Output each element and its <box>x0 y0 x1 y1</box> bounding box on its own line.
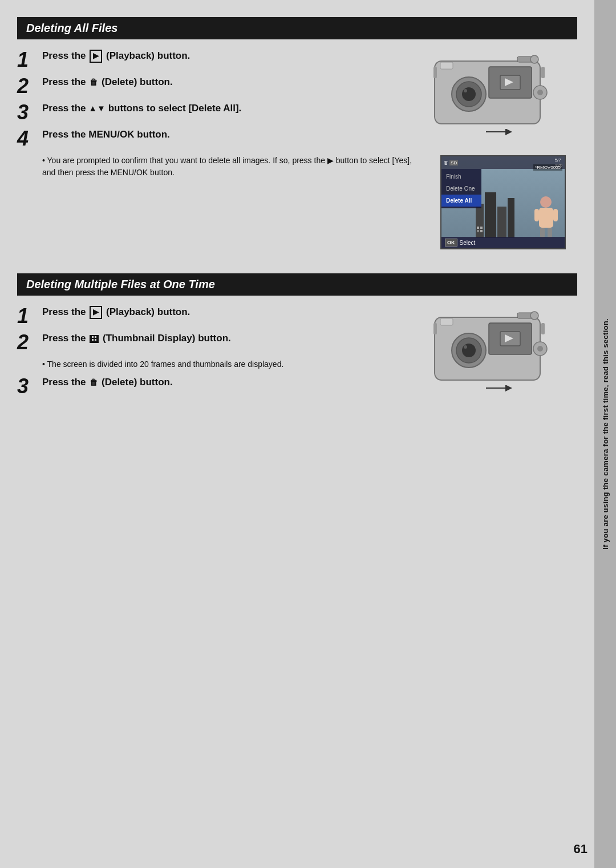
thumbnail-icon <box>90 335 99 343</box>
bullet-1: You are prompted to confirm that you wan… <box>42 155 418 179</box>
step-2-1: 1 Press the ▶ (Playback) button. <box>17 306 418 326</box>
svg-rect-11 <box>541 67 545 78</box>
playback-icon-1: ▶ <box>90 50 102 63</box>
svg-rect-33 <box>541 323 545 334</box>
section-header-1: Deleting All Files <box>17 17 577 39</box>
menu-item-finish: Finish <box>441 171 481 183</box>
svg-rect-34 <box>440 318 453 325</box>
step-2-2: 2 Press the (Thumbnail Display) button. <box>17 332 418 353</box>
select-label: Select <box>460 240 476 246</box>
svg-point-26 <box>464 345 467 349</box>
delete-screen: 🗑 SD 5/7320 *RMOV0005 ◀ Finish Delete On… <box>440 155 566 249</box>
camera-image-2 <box>429 306 577 405</box>
delete-icon-screen: 🗑 SD <box>444 160 458 165</box>
camera-svg-2 <box>429 306 554 389</box>
svg-point-29 <box>530 312 538 320</box>
svg-rect-17 <box>539 208 553 228</box>
delete-icon-1: 🗑 <box>90 77 98 87</box>
menu-panel: Finish Delete One Delete All <box>441 169 481 208</box>
ok-box: OK <box>445 239 457 247</box>
step-1-2: 2 Press the 🗑 (Delete) button. <box>17 76 418 96</box>
side-tab: If you are using the camera for the firs… <box>594 0 616 868</box>
svg-rect-32 <box>433 323 437 334</box>
camera-svg-1 <box>429 50 554 132</box>
menu-item-delete-all: Delete All <box>441 195 481 207</box>
svg-rect-12 <box>440 62 453 69</box>
svg-point-16 <box>540 196 552 208</box>
bullet-2: The screen is divided into 20 frames and… <box>42 358 418 370</box>
file-id: *RMOV0005 <box>533 164 562 171</box>
step-1-1: 1 Press the ▶ (Playback) button. <box>17 50 418 70</box>
arrow-indicator-2 <box>429 385 554 402</box>
updown-icon: ▲▼ <box>88 103 106 113</box>
screen-bottom-bar: OK Select <box>441 237 565 248</box>
delete-icon-2: 🗑 <box>90 377 98 387</box>
section-deleting-multiple: Deleting Multiple Files at One Time 1 Pr… <box>17 273 577 405</box>
svg-point-25 <box>462 344 476 357</box>
section-header-2: Deleting Multiple Files at One Time <box>17 273 577 296</box>
menu-item-delete-one: Delete One <box>441 183 481 195</box>
step-2-3: 3 Press the 🗑 (Delete) button. <box>17 376 418 397</box>
arrow-indicator <box>429 129 554 146</box>
person-silhouette <box>533 195 559 238</box>
step-1-3: 3 Press the ▲▼ buttons to select [Delete… <box>17 102 418 123</box>
svg-point-9 <box>537 90 543 95</box>
section-deleting-all: Deleting All Files 1 Press the ▶ (Playba… <box>17 17 577 249</box>
svg-rect-10 <box>433 67 437 78</box>
svg-rect-20 <box>534 209 539 221</box>
svg-point-4 <box>464 89 467 92</box>
camera-image-1 <box>429 50 577 148</box>
step-1-4: 4 Press the MENU/OK button. <box>17 128 418 149</box>
svg-rect-21 <box>553 209 558 221</box>
svg-point-7 <box>530 55 538 63</box>
svg-point-31 <box>537 346 543 352</box>
playback-icon-2: ▶ <box>90 306 102 319</box>
page-number: 61 <box>574 842 587 857</box>
svg-point-3 <box>462 87 476 101</box>
side-tab-text: If you are using the camera for the firs… <box>601 318 610 550</box>
